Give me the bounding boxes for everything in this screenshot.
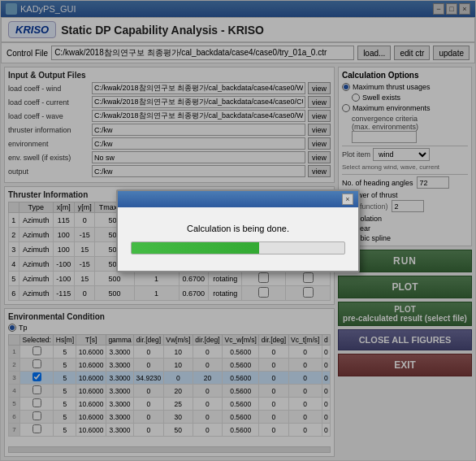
modal-body: Calculation is being done. [118,207,358,271]
main-window: KADyPS_GUI − □ × KRISO Static DP Capabil… [0,0,476,461]
modal-close-button[interactable]: × [342,194,353,205]
modal-overlay: × Calculation is being done. [1,1,475,460]
modal-titlebar: × [118,191,358,207]
modal-message: Calculation is being done. [187,224,289,233]
progress-bar-fill [132,242,259,254]
modal-box: × Calculation is being done. [116,189,360,272]
progress-bar-container [131,241,345,254]
